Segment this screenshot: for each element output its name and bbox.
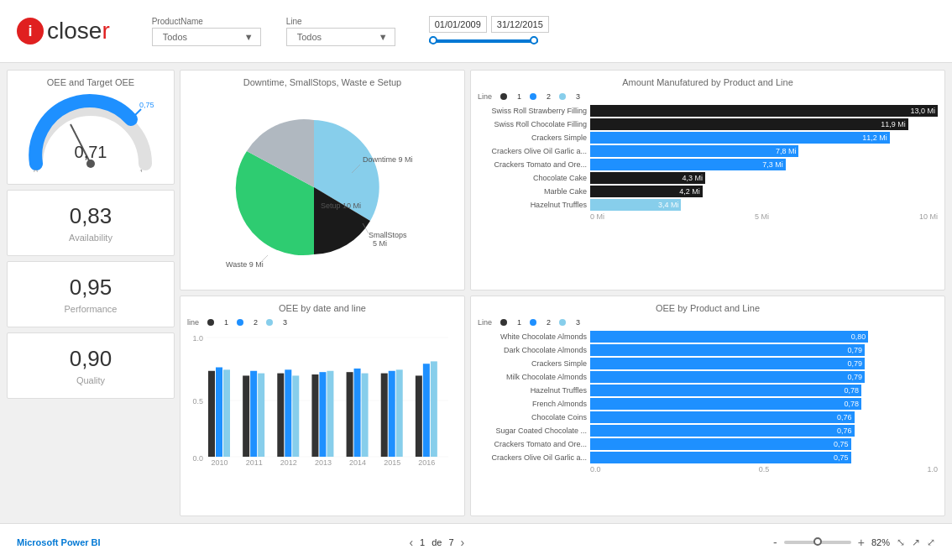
performance-panel: 0,95 Performance (7, 261, 175, 327)
vbar (319, 372, 326, 457)
date-legend-1-dot (207, 319, 214, 326)
oee-product-bar-label: Chocolate Coins (478, 413, 587, 421)
oee-product-bar-track: 0,75 (590, 438, 938, 450)
oee-product-axis: 0.0 0.5 1.0 (478, 465, 938, 474)
date-legend-3: 3 (283, 318, 287, 327)
vbar-x-label: 2015 (384, 458, 400, 465)
svg-text:SmallStops: SmallStops (369, 231, 407, 239)
oee-product-bar-label: French Almonds (478, 400, 587, 408)
prev-page-button[interactable]: ‹ (409, 536, 413, 549)
gauge-area: 0,75 0 1 0,71 (14, 92, 167, 174)
oee-product-bar-value: 0,76 (837, 413, 852, 421)
amount-bar-value: 13,0 Mi (910, 107, 935, 115)
expand-button[interactable]: ⤢ (927, 536, 935, 548)
vbar (250, 371, 257, 457)
amount-bar-label: Chocolate Cake (478, 174, 587, 182)
svg-text:1.0: 1.0 (192, 334, 203, 343)
amount-bar-value: 4,3 Mi (683, 174, 704, 182)
amount-axis: 0 Mi 5 Mi 10 Mi (478, 212, 938, 221)
oee-date-panel: OEE by date and line line 1 2 3 1.0 0.5 … (180, 296, 465, 516)
vbar-x-label: 2011 (246, 458, 263, 465)
amount-bar-track: 3,4 Mi (590, 199, 938, 211)
zoom-slider[interactable] (784, 541, 851, 544)
amount-bar-value: 7,3 Mi (762, 160, 783, 169)
oee-product-bar-fill: 0,76 (590, 411, 855, 423)
zoom-plus-button[interactable]: + (858, 536, 865, 549)
bottom-bar: Microsoft Power BI ‹ 1 de 7 › - + 82% ⤡ … (0, 523, 952, 560)
downtime-title: Downtime, SmallStops, Waste e Setup (187, 77, 458, 87)
amount-bar-fill: 11,9 Mi (590, 118, 908, 130)
vbar-x-label: 2013 (315, 458, 332, 465)
amount-bar-label: Marble Cake (478, 187, 587, 196)
svg-text:0,71: 0,71 (75, 143, 107, 161)
vbar (354, 369, 361, 457)
oee-product-bar-fill: 0,78 (590, 385, 861, 396)
vbar (292, 375, 299, 457)
oee-product-bar-row: Chocolate Coins 0,76 (478, 411, 938, 423)
oee-product-bar-fill: 0,75 (590, 438, 851, 450)
amount-bar-row: Crackers Olive Oil Garlic a... 7,8 Mi (478, 145, 938, 157)
quality-value: 0,90 (14, 346, 167, 372)
share-button[interactable]: ↗ (912, 536, 920, 548)
oee-product-bar-value: 0,79 (848, 373, 863, 381)
amount-bar-label: Hazelnut Truffles (478, 201, 587, 209)
vbar-area: 1.0 0.5 0.0 2010201120122013201420152016 (187, 331, 458, 465)
downtime-panel: Downtime, SmallStops, Waste e Setup Down… (180, 70, 465, 290)
power-bi-link[interactable]: Microsoft Power BI (17, 537, 101, 547)
oee-product-bar-label: Crackers Tomato and Ore... (478, 440, 587, 448)
oee-product-bar-fill: 0,80 (590, 331, 868, 343)
amount-bar-track: 4,3 Mi (590, 172, 938, 184)
product-name-select[interactable]: Todos ▼ (152, 28, 261, 46)
date-end[interactable]: 31/12/2015 (491, 16, 549, 33)
prod-legend-1: 1 (517, 318, 521, 327)
amount-bar-track: 11,2 Mi (590, 132, 938, 144)
zoom-minus-button[interactable]: - (773, 536, 777, 549)
oee-product-bar-label: Sugar Coated Chocolate ... (478, 427, 587, 435)
oee-product-bar-fill: 0,79 (590, 358, 865, 369)
vbar (423, 364, 430, 457)
oee-product-bar-label: Crackers Simple (478, 359, 587, 368)
performance-label: Performance (14, 304, 167, 314)
oee-product-bar-row: Sugar Coated Chocolate ... 0,76 (478, 425, 938, 437)
quality-panel: 0,90 Quality (7, 332, 175, 399)
fullscreen-button[interactable]: ⤡ (897, 536, 905, 548)
oee-product-bar-value: 0,78 (844, 386, 859, 395)
next-page-button[interactable]: › (461, 536, 465, 549)
page-total: 7 (448, 537, 453, 547)
line-select[interactable]: Todos ▼ (286, 28, 395, 46)
svg-text:5 Mi: 5 Mi (373, 239, 387, 248)
legend-2-dot (530, 93, 536, 100)
oee-product-bar-value: 0,75 (834, 453, 849, 462)
vbar (216, 368, 222, 458)
vbar-x-label: 2010 (211, 458, 228, 465)
zoom-value: 82% (871, 537, 890, 547)
oee-product-bar-track: 0,80 (590, 331, 938, 343)
svg-line-0 (134, 109, 141, 116)
svg-text:0.0: 0.0 (192, 454, 203, 463)
line-prod-label: Line (478, 318, 492, 327)
amount-bar-value: 7,8 Mi (776, 147, 797, 155)
date-start[interactable]: 01/01/2009 (429, 16, 487, 33)
axis-10: 10 Mi (919, 212, 938, 221)
oee-product-bar-row: Hazelnut Truffles 0,78 (478, 385, 938, 396)
vbar (362, 374, 369, 457)
oee-product-bar-track: 0,78 (590, 398, 938, 410)
amount-bar-fill: 7,3 Mi (590, 159, 786, 170)
svg-line-13 (259, 255, 268, 264)
gauge-svg: 0,75 0 1 0,71 (24, 92, 158, 172)
date-slider[interactable] (429, 36, 538, 46)
oee-product-bar-row: Milk Chocolate Almonds 0,79 (478, 371, 938, 383)
oee-product-bar-track: 0,76 (590, 425, 938, 437)
amount-bar-track: 13,0 Mi (590, 105, 938, 117)
logo-text: closer (47, 18, 110, 44)
oee-product-bar-label: Crackers Olive Oil Garlic a... (478, 453, 587, 462)
oee-product-bar-fill: 0,78 (590, 398, 861, 410)
amount-bars: Swiss Roll Strawberry Filling 13,0 Mi Sw… (478, 105, 938, 211)
logo: i closer (17, 18, 110, 44)
svg-text:0: 0 (34, 168, 38, 172)
vbar (208, 371, 215, 457)
oee-product-bar-row: Crackers Simple 0,79 (478, 358, 938, 369)
prod-legend-2-dot (530, 319, 536, 326)
svg-text:0,75: 0,75 (139, 101, 154, 109)
oee-product-bar-value: 0,78 (844, 400, 859, 408)
